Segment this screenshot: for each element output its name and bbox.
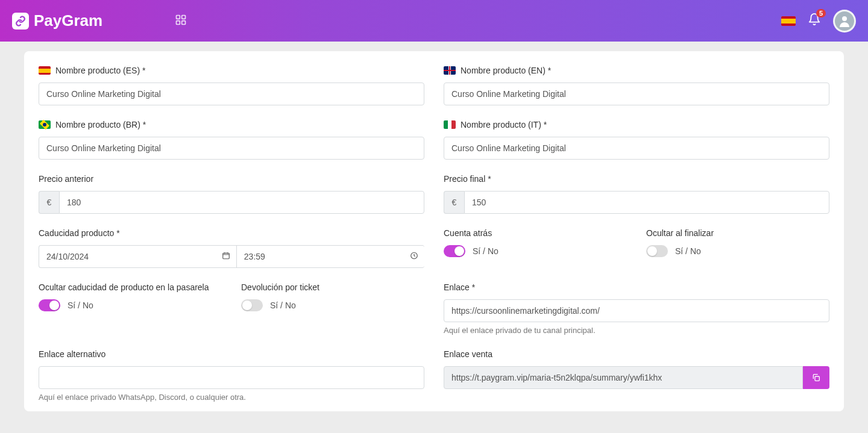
link-input[interactable] [444, 299, 829, 322]
name-es-input[interactable] [39, 83, 424, 105]
hide-on-end-label: Ocultar al finalizar [646, 228, 829, 238]
page-container: Nombre producto (ES) * Nombre producto (… [0, 42, 868, 411]
final-price-input[interactable] [464, 191, 829, 214]
countdown-toggle[interactable] [444, 245, 465, 257]
expiry-time-input[interactable] [236, 245, 424, 268]
expiry-date-input[interactable] [39, 245, 236, 268]
old-price-input[interactable] [59, 191, 424, 214]
alt-link-label: Enlace alternativo [39, 349, 424, 359]
name-es-label: Nombre producto (ES) * [39, 66, 424, 75]
expiry-datetime-group [39, 245, 424, 268]
svg-rect-7 [815, 376, 819, 381]
hide-expiry-toggle-text: Sí / No [68, 301, 93, 310]
notifications-button[interactable]: 5 [808, 13, 821, 30]
apps-grid-icon[interactable] [175, 14, 187, 28]
name-en-input[interactable] [444, 83, 829, 105]
hide-expiry-toggle[interactable] [39, 299, 60, 311]
name-en-label: Nombre producto (EN) * [444, 66, 829, 75]
hide-on-end-toggle[interactable] [646, 245, 668, 257]
logo-icon [12, 13, 29, 30]
name-it-input[interactable] [444, 137, 829, 160]
brand-name: PayGram [34, 11, 102, 30]
sale-link-group [444, 366, 829, 389]
old-price-label: Precio anterior [39, 174, 424, 184]
product-form-card: Nombre producto (ES) * Nombre producto (… [24, 51, 844, 411]
name-it-label: Nombre producto (IT) * [444, 120, 829, 129]
flag-es-icon [39, 66, 51, 75]
sale-link-label: Enlace venta [444, 349, 829, 359]
old-price-group: € [39, 191, 424, 214]
copy-icon [811, 373, 821, 382]
currency-prefix: € [444, 191, 464, 214]
expiry-label: Caducidad producto * [39, 228, 424, 238]
copy-sale-link-button[interactable] [803, 366, 829, 389]
topbar-right: 5 [781, 10, 856, 33]
hide-on-end-toggle-text: Sí / No [675, 246, 701, 256]
refund-ticket-label: Devolución por ticket [241, 282, 424, 292]
link-label: Enlace * [444, 282, 829, 292]
svg-rect-2 [177, 20, 180, 24]
countdown-toggle-text: Sí / No [473, 246, 498, 256]
avatar[interactable] [833, 10, 856, 33]
language-flag-es[interactable] [781, 16, 796, 26]
flag-br-icon [39, 120, 51, 129]
topbar: PayGram 5 [0, 0, 868, 42]
flag-it-icon [444, 120, 456, 129]
refund-ticket-toggle[interactable] [241, 299, 263, 311]
brand-logo[interactable]: PayGram [12, 11, 102, 30]
link-help: Aquí el enlace privado de tu canal princ… [444, 326, 829, 335]
alt-link-help: Aquí el enlace privado WhatsApp, Discord… [39, 393, 424, 402]
refund-ticket-toggle-text: Sí / No [270, 301, 296, 310]
countdown-label: Cuenta atrás [444, 228, 627, 238]
svg-point-4 [842, 16, 847, 21]
notification-badge: 5 [816, 9, 826, 17]
hide-expiry-label: Ocultar caducidad de producto en la pasa… [39, 282, 222, 292]
currency-prefix: € [39, 191, 59, 214]
flag-uk-icon [444, 66, 456, 75]
svg-rect-1 [182, 15, 186, 19]
svg-rect-3 [182, 20, 186, 24]
name-br-input[interactable] [39, 137, 424, 160]
topbar-left: PayGram [12, 11, 187, 30]
svg-rect-0 [177, 15, 180, 19]
alt-link-input[interactable] [39, 366, 424, 389]
final-price-label: Precio final * [444, 174, 829, 184]
final-price-group: € [444, 191, 829, 214]
name-br-label: Nombre producto (BR) * [39, 120, 424, 129]
sale-link-input[interactable] [444, 366, 803, 389]
